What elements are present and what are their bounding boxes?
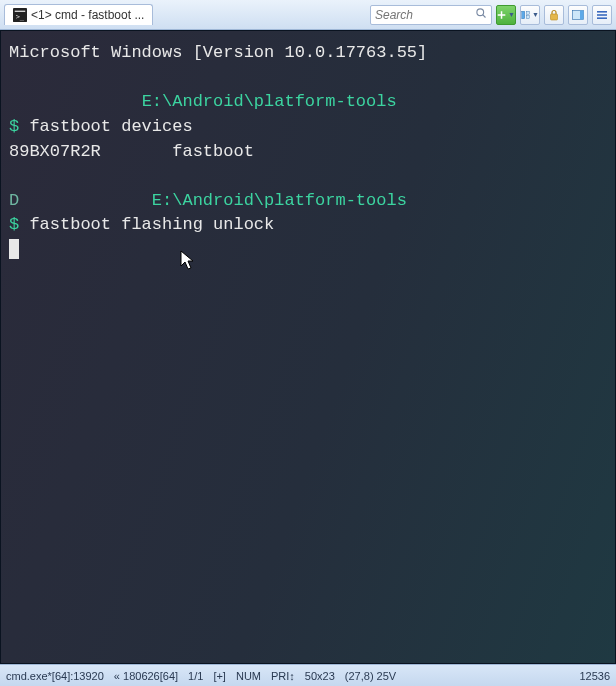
status-size: 50x23: [305, 670, 335, 682]
status-pid: 12536: [579, 670, 610, 682]
prompt-path: E:\Android\platform-tools: [142, 92, 397, 111]
status-build: « 180626[64]: [114, 670, 178, 682]
svg-rect-13: [597, 17, 607, 19]
tab-title: <1> cmd - fastboot ...: [31, 8, 144, 22]
svg-rect-6: [526, 11, 529, 14]
status-priority: PRI↕: [271, 670, 295, 682]
svg-rect-12: [597, 14, 607, 16]
tab-cmd[interactable]: >_ <1> cmd - fastboot ...: [4, 4, 153, 25]
search-icon[interactable]: [475, 7, 487, 22]
menu-button[interactable]: [592, 5, 612, 25]
status-insert: [+]: [213, 670, 226, 682]
status-bar: cmd.exe*[64]:13920 « 180626[64] 1/1 [+] …: [0, 664, 616, 686]
status-pos: (27,8) 25V: [345, 670, 396, 682]
svg-rect-7: [526, 15, 529, 18]
chevron-down-icon: ▼: [532, 11, 539, 18]
new-tab-button[interactable]: ▼: [496, 5, 516, 25]
prompt-redacted: [9, 92, 131, 111]
svg-rect-8: [551, 14, 558, 20]
device-state: fastboot: [172, 142, 254, 161]
prompt-path-2: E:\Android\platform-tools: [152, 191, 407, 210]
prompt-symbol: $: [9, 117, 19, 136]
windows-version-line: Microsoft Windows [Version 10.0.17763.55…: [9, 43, 427, 62]
svg-rect-11: [597, 11, 607, 13]
prompt-symbol-2: $: [9, 215, 19, 234]
status-numlock: NUM: [236, 670, 261, 682]
svg-rect-5: [522, 11, 525, 19]
search-input[interactable]: [375, 8, 475, 22]
text-cursor: [9, 239, 19, 259]
search-box[interactable]: [370, 5, 492, 25]
split-grid-button[interactable]: ▼: [520, 5, 540, 25]
status-pages: 1/1: [188, 670, 203, 682]
svg-text:>_: >_: [16, 13, 25, 21]
terminal-area[interactable]: Microsoft Windows [Version 10.0.17763.55…: [0, 30, 616, 664]
lock-button[interactable]: [544, 5, 564, 25]
svg-rect-10: [580, 10, 584, 19]
command-2: fastboot flashing unlock: [29, 215, 274, 234]
terminal-icon: >_: [13, 8, 27, 22]
command-1: fastboot devices: [29, 117, 192, 136]
panel-button[interactable]: [568, 5, 588, 25]
svg-point-3: [477, 9, 484, 16]
device-serial: 89BX07R2R: [9, 142, 101, 161]
chevron-down-icon: ▼: [508, 11, 515, 18]
status-process: cmd.exe*[64]:13920: [6, 670, 104, 682]
tab-bar: >_ <1> cmd - fastboot ... ▼ ▼: [0, 0, 616, 30]
svg-line-4: [483, 15, 486, 18]
prompt-prefix: D: [9, 191, 121, 210]
terminal-content[interactable]: Microsoft Windows [Version 10.0.17763.55…: [0, 30, 616, 664]
